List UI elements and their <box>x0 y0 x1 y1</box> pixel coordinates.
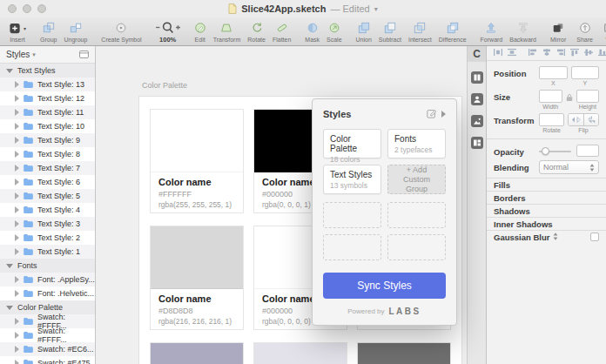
toolbar-group-button[interactable]: Group <box>40 21 57 43</box>
craft-duplicate-icon[interactable] <box>471 71 483 84</box>
popup-expand-chevron-icon[interactable] <box>441 111 446 118</box>
canvas[interactable]: Color Palette Color name#FFFFFFrgba(255,… <box>96 46 467 364</box>
sidebar-item-text-style-11[interactable]: Text Style: 11 <box>0 105 95 119</box>
opacity-input[interactable] <box>576 145 599 157</box>
sidebar-group-fonts[interactable]: Fonts <box>0 259 95 273</box>
sidebar-item-text-style-7[interactable]: Text Style: 7 <box>0 161 95 175</box>
disclosure-closed-icon[interactable] <box>15 137 19 144</box>
sidebar-item-text-style-5[interactable]: Text Style: 5 <box>0 189 95 203</box>
toolbar-rotate-button[interactable]: Rotate <box>247 21 266 43</box>
flip-vertical-button[interactable] <box>583 114 598 125</box>
edit-styles-icon[interactable] <box>427 106 437 122</box>
disclosure-closed-icon[interactable] <box>15 123 19 130</box>
color-card[interactable] <box>253 342 347 364</box>
sidebar-item-text-style-3[interactable]: Text Style: 3 <box>0 217 95 231</box>
color-card[interactable] <box>357 342 451 364</box>
style-group-add-custom-group[interactable]: + Add Custom Group <box>387 165 446 194</box>
disclosure-closed-icon[interactable] <box>15 109 19 116</box>
sidebar-item-font-applesy[interactable]: Font: .AppleSy... <box>0 273 95 286</box>
section-shadows[interactable]: Shadows <box>487 204 606 217</box>
section-gaussian-blur[interactable]: Gaussian Blur <box>487 230 606 243</box>
disclosure-closed-icon[interactable] <box>15 248 19 255</box>
sidebar-item-text-style-6[interactable]: Text Style: 6 <box>0 175 95 189</box>
craft-photos-icon[interactable] <box>471 115 483 127</box>
sidebar-item-text-style-10[interactable]: Text Style: 10 <box>0 119 95 133</box>
align-bottom-icon[interactable] <box>597 48 606 58</box>
sidebar-item-text-style-1[interactable]: Text Style: 1 <box>0 245 95 259</box>
disclosure-closed-icon[interactable] <box>15 234 19 241</box>
toolbar-forward-button[interactable]: Forward <box>481 21 503 43</box>
align-right-icon[interactable] <box>556 48 566 58</box>
align-center-horizontal-icon[interactable] <box>542 48 552 58</box>
distribute-horizontally-icon[interactable] <box>493 48 503 58</box>
sidebar-header-caret-icon[interactable]: ▾ <box>32 51 36 58</box>
zoom-window-button[interactable] <box>37 4 46 13</box>
sync-styles-button[interactable]: Sync Styles <box>323 273 446 299</box>
rotate-input[interactable] <box>539 113 564 126</box>
distribute-vertically-icon[interactable] <box>507 48 517 58</box>
disclosure-open-icon[interactable] <box>6 306 13 310</box>
position-y-input[interactable] <box>571 66 600 79</box>
toolbar-ungroup-button[interactable]: Ungroup <box>64 21 87 43</box>
sidebar-item-text-style-4[interactable]: Text Style: 4 <box>0 203 95 217</box>
toolbar-intersect-button[interactable]: Intersect <box>408 21 432 43</box>
sidebar-item-swatch-ec6[interactable]: Swatch: #EC6... <box>0 342 95 356</box>
toolbar-transform-button[interactable]: Transform <box>213 21 241 43</box>
style-group-text-styles[interactable]: Text Styles13 symbols <box>323 165 381 194</box>
craft-logo-icon[interactable]: C <box>468 46 487 62</box>
sidebar-item-text-style-2[interactable]: Text Style: 2 <box>0 231 95 245</box>
align-left-icon[interactable] <box>528 48 538 58</box>
disclosure-closed-icon[interactable] <box>15 360 19 364</box>
disclosure-closed-icon[interactable] <box>15 151 19 158</box>
disclosure-open-icon[interactable] <box>6 264 13 268</box>
toolbar-create-symbol-button[interactable]: Create Symbol <box>101 21 141 43</box>
sidebar-item-text-style-8[interactable]: Text Style: 8 <box>0 147 95 161</box>
disclosure-open-icon[interactable] <box>6 69 13 73</box>
disclosure-closed-icon[interactable] <box>15 165 19 172</box>
position-x-input[interactable] <box>539 66 568 79</box>
disclosure-closed-icon[interactable] <box>15 332 19 339</box>
disclosure-closed-icon[interactable] <box>15 95 19 102</box>
toolbar-mask-button[interactable]: Mask <box>305 21 320 43</box>
color-card[interactable]: Color name#FFFFFFrgba(255, 255, 255, 1) <box>150 109 244 213</box>
disclosure-closed-icon[interactable] <box>15 276 19 283</box>
color-card[interactable] <box>150 342 244 364</box>
sidebar-item-swatch-ffff[interactable]: Swatch: #FFFF... <box>0 328 95 342</box>
align-top-icon[interactable] <box>569 48 580 58</box>
toolbar-union-button[interactable]: Union <box>356 21 372 43</box>
disclosure-closed-icon[interactable] <box>15 81 19 88</box>
gaussian-blur-checkbox[interactable] <box>590 233 599 241</box>
disclosure-closed-icon[interactable] <box>15 192 19 199</box>
toolbar-mirror-button[interactable]: Mirror <box>550 21 566 43</box>
height-input[interactable] <box>576 90 600 103</box>
toolbar-subtract-button[interactable]: Subtract <box>379 21 401 43</box>
craft-library-icon[interactable] <box>471 137 483 149</box>
sidebar-item-text-style-12[interactable]: Text Style: 12 <box>0 91 95 105</box>
artboard-label[interactable]: Color Palette <box>142 81 187 90</box>
color-card[interactable]: Color name#D8D8D8rgba(216, 216, 216, 1) <box>150 226 244 330</box>
section-borders[interactable]: Borders <box>487 191 606 204</box>
sidebar-group-text-styles[interactable]: Text Styles <box>0 64 95 78</box>
toolbar-backward-button[interactable]: Backward <box>509 21 536 43</box>
sidebar-item-font-helvetic[interactable]: Font: .Helvetic... <box>0 286 95 300</box>
disclosure-closed-icon[interactable] <box>15 206 19 213</box>
width-input[interactable] <box>539 90 562 103</box>
disclosure-closed-icon[interactable] <box>15 346 19 353</box>
disclosure-closed-icon[interactable] <box>15 290 19 297</box>
toolbar-100-button[interactable]: 100% <box>156 20 180 44</box>
toolbar-share-button[interactable]: Share <box>576 21 593 43</box>
section-fills[interactable]: Fills <box>487 178 606 191</box>
opacity-slider[interactable] <box>539 147 571 155</box>
sidebar-item-swatch-e475[interactable]: Swatch: #E475 <box>0 356 95 364</box>
lock-ratio-icon[interactable] <box>566 90 573 102</box>
blur-type-stepper-icon[interactable] <box>553 233 558 242</box>
disclosure-closed-icon[interactable] <box>15 179 19 185</box>
sidebar-item-text-style-9[interactable]: Text Style: 9 <box>0 133 95 147</box>
craft-data-icon[interactable] <box>471 93 483 105</box>
close-window-button[interactable] <box>8 4 17 13</box>
toolbar-edit-button[interactable]: Edit <box>194 21 206 43</box>
blending-select[interactable]: Normal <box>539 160 599 174</box>
toolbar-scale-button[interactable]: Scale <box>327 21 342 43</box>
toolbar-insert-button[interactable]: ▾Insert <box>9 21 26 43</box>
toolbar-flatten-button[interactable]: Flatten <box>273 21 291 43</box>
